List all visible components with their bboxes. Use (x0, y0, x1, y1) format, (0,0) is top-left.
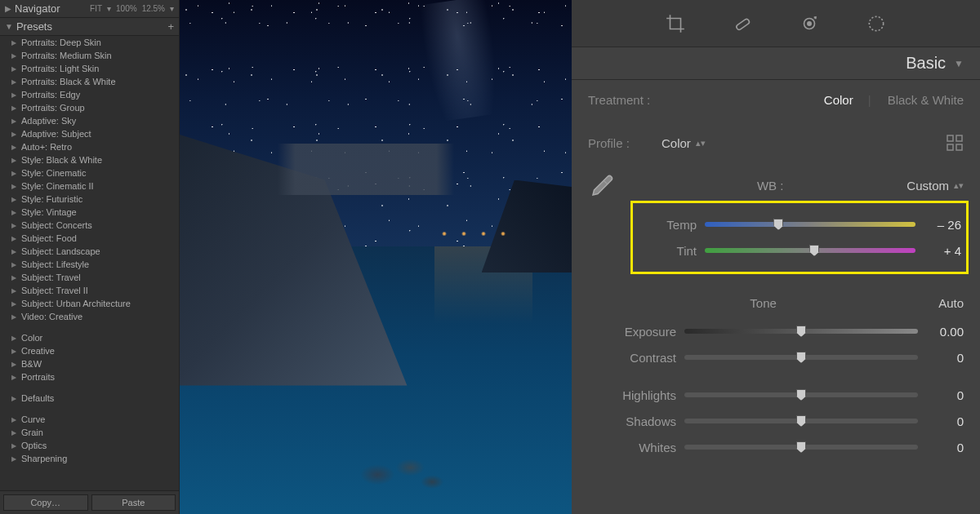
copy-button[interactable]: Copy… (3, 494, 88, 511)
auto-button[interactable]: Auto (938, 296, 964, 310)
preset-folder[interactable]: ▶Color (0, 331, 179, 344)
profile-browser-icon[interactable] (946, 134, 964, 152)
wb-value[interactable]: Custom (906, 179, 949, 193)
eyedropper-tool-icon[interactable] (588, 171, 617, 200)
slider-thumb[interactable] (796, 389, 806, 401)
preset-folder[interactable]: ▶Portraits: Edgy (0, 88, 179, 101)
chevron-right-icon: ▶ (11, 131, 16, 138)
chevron-down-icon: ▾ (170, 4, 174, 13)
navigator-title: Navigator (15, 2, 60, 15)
preset-folder[interactable]: ▶Portraits: Deep Skin (0, 36, 179, 49)
preset-folder[interactable]: ▶Subject: Landscape (0, 245, 179, 258)
highlights-value[interactable]: 0 (918, 388, 964, 402)
whites-slider[interactable] (684, 445, 918, 450)
zoom-custom[interactable]: 12.5% (142, 4, 165, 13)
exposure-value[interactable]: 0.00 (918, 325, 964, 339)
preset-list: ▶Portraits: Deep Skin▶Portraits: Medium … (0, 36, 179, 490)
preset-folder[interactable]: ▶Auto+: Retro (0, 140, 179, 153)
preset-folder[interactable]: ▶Subject: Urban Architecture (0, 297, 179, 310)
preset-folder[interactable]: ▶Subject: Travel (0, 271, 179, 284)
preset-folder[interactable]: ▶Defaults (0, 392, 179, 405)
contrast-slider[interactable] (684, 355, 918, 360)
tone-block: Tone Auto Exposure 0.00 Contrast 0 Highl… (588, 292, 964, 460)
slider-thumb[interactable] (796, 441, 806, 453)
presets-header[interactable]: ▼ Presets + (0, 18, 179, 36)
navigator-header[interactable]: ▶ Navigator FIT ▾ 100% 12.5% ▾ (0, 0, 179, 18)
preset-folder[interactable]: ▶Portraits: Light Skin (0, 62, 179, 75)
preset-folder-label: Adaptive: Sky (21, 116, 76, 126)
preset-folder[interactable]: ▶Portraits (0, 370, 179, 383)
slider-thumb[interactable] (809, 245, 819, 256)
slider-thumb[interactable] (796, 415, 806, 427)
preset-folder[interactable]: ▶Portraits: Black & White (0, 75, 179, 88)
treatment-color[interactable]: Color (824, 93, 853, 107)
chevron-updown-icon: ▴▾ (696, 138, 706, 148)
shadows-slider[interactable] (684, 419, 918, 423)
treatment-bw[interactable]: Black & White (888, 93, 964, 107)
chevron-right-icon: ▶ (11, 287, 16, 295)
redeye-tool-icon[interactable] (798, 12, 821, 35)
treatment-row: Treatment : Color | Black & White (588, 80, 964, 119)
preset-folder[interactable]: ▶Style: Futuristic (0, 193, 179, 206)
chevron-right-icon: ▶ (11, 335, 16, 342)
preset-folder[interactable]: ▶Style: Cinematic II (0, 179, 179, 193)
chevron-right-icon: ▶ (11, 455, 16, 463)
preset-folder[interactable]: ▶Subject: Travel II (0, 284, 179, 297)
zoom-fit[interactable]: FIT (90, 4, 102, 13)
tint-slider[interactable] (705, 248, 915, 253)
preset-folder-label: Style: Vintage (21, 207, 77, 217)
temp-slider[interactable] (705, 222, 915, 227)
preset-folder[interactable]: ▶Adaptive: Sky (0, 114, 179, 127)
preset-folder-label: Portraits: Black & White (21, 77, 116, 86)
chevron-right-icon: ▶ (11, 52, 16, 60)
highlights-slider[interactable] (684, 392, 918, 397)
preset-folder[interactable]: ▶Subject: Lifestyle (0, 258, 179, 271)
preset-folder[interactable]: ▶B&W (0, 357, 179, 370)
preset-folder[interactable]: ▶Portraits: Group (0, 101, 179, 114)
chevron-right-icon: ▶ (11, 170, 16, 177)
preset-folder[interactable]: ▶Video: Creative (0, 310, 179, 323)
chevron-right-icon: ▶ (11, 196, 16, 203)
slider-thumb[interactable] (773, 219, 783, 230)
chevron-right-icon: ▶ (11, 222, 16, 229)
separator: | (868, 93, 871, 107)
preset-folder[interactable]: ▶Creative (0, 344, 179, 357)
contrast-value[interactable]: 0 (918, 351, 964, 365)
preset-folder[interactable]: ▶Sharpening (0, 452, 179, 465)
masking-tool-icon[interactable] (865, 12, 888, 35)
preset-folder[interactable]: ▶Adaptive: Subject (0, 127, 179, 140)
whites-value[interactable]: 0 (918, 441, 964, 454)
preset-folder-label: Subject: Food (21, 233, 77, 243)
slider-thumb[interactable] (796, 326, 806, 337)
preset-folder[interactable]: ▶Subject: Food (0, 232, 179, 245)
add-preset-button[interactable]: + (167, 20, 174, 33)
chevron-right-icon: ▶ (11, 157, 16, 164)
profile-value[interactable]: Color (662, 136, 691, 150)
preset-folder[interactable]: ▶Style: Cinematic (0, 166, 179, 179)
crop-tool-icon[interactable] (664, 12, 687, 35)
shadows-value[interactable]: 0 (918, 414, 964, 428)
preset-folder[interactable]: ▶Portraits: Medium Skin (0, 49, 179, 62)
tint-value[interactable]: + 4 (915, 244, 961, 258)
zoom-100[interactable]: 100% (116, 4, 137, 13)
chevron-down-icon: ▼ (954, 58, 964, 69)
temp-value[interactable]: – 26 (915, 218, 961, 232)
svg-point-2 (808, 21, 811, 24)
preset-folder[interactable]: ▶Curve (0, 413, 179, 426)
preset-folder[interactable]: ▶Style: Vintage (0, 206, 179, 219)
healing-tool-icon[interactable] (731, 12, 754, 35)
image-preview[interactable] (180, 0, 572, 514)
preset-folder[interactable]: ▶Subject: Concerts (0, 219, 179, 232)
chevron-right-icon: ▶ (11, 117, 16, 125)
exposure-slider[interactable] (684, 329, 918, 334)
svg-point-3 (869, 16, 883, 30)
basic-panel-header[interactable]: Basic ▼ (572, 47, 980, 80)
slider-thumb[interactable] (796, 352, 806, 363)
paste-button[interactable]: Paste (91, 494, 176, 511)
preset-folder[interactable]: ▶Style: Black & White (0, 153, 179, 166)
contrast-label: Contrast (588, 351, 684, 365)
profile-label: Profile : (588, 136, 662, 150)
preset-folder[interactable]: ▶Optics (0, 439, 179, 452)
preset-folder[interactable]: ▶Grain (0, 426, 179, 439)
chevron-right-icon: ▶ (11, 348, 16, 355)
